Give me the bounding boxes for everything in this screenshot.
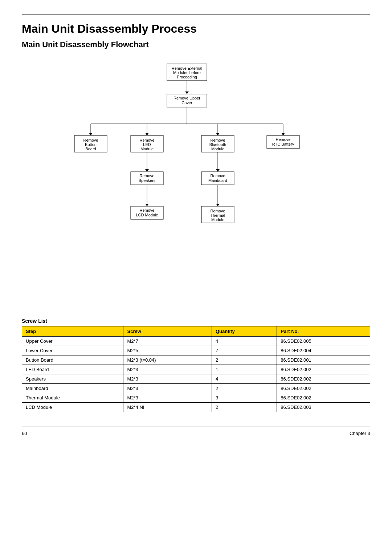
col-header-part-no: Part No. — [277, 326, 370, 337]
svg-text:Remove: Remove — [276, 137, 291, 142]
svg-marker-11 — [216, 133, 220, 135]
table-cell: M2*3 (t=0.04) — [123, 355, 212, 365]
chapter-label: Chapter 3 — [350, 431, 370, 436]
flowchart-container: .box { fill: white; stroke: black; strok… — [22, 60, 370, 314]
table-cell: 86.SDE02.005 — [277, 337, 370, 346]
table-cell: M2*3 — [123, 393, 212, 403]
svg-marker-36 — [216, 204, 220, 206]
table-cell: 2 — [212, 384, 277, 393]
table-cell: 86.SDE02.002 — [277, 384, 370, 393]
table-cell: 86.SDE02.002 — [277, 393, 370, 403]
svg-text:Remove: Remove — [140, 138, 155, 142]
table-cell: 86.SDE02.002 — [277, 365, 370, 374]
table-row: Lower CoverM2*5786.SDE02.004 — [22, 346, 370, 355]
svg-text:Bluetooth: Bluetooth — [209, 142, 226, 147]
table-row: Button BoardM2*3 (t=0.04)286.SDE02.001 — [22, 355, 370, 365]
footer: 60 Chapter 3 — [22, 431, 370, 436]
svg-text:Speakers: Speakers — [139, 178, 156, 183]
svg-text:Remove: Remove — [211, 209, 225, 213]
table-cell: LED Board — [22, 365, 123, 374]
svg-text:Remove: Remove — [140, 174, 155, 178]
table-cell: 86.SDE02.004 — [277, 346, 370, 355]
table-cell: M2*5 — [123, 346, 212, 355]
svg-text:Remove: Remove — [140, 208, 155, 212]
top-border — [22, 15, 370, 15]
table-cell: 4 — [212, 337, 277, 346]
table-row: MainboardM2*3286.SDE02.002 — [22, 384, 370, 393]
table-cell: M2*3 — [123, 384, 212, 393]
table-row: Upper CoverM2*7486.SDE02.005 — [22, 337, 370, 346]
col-header-step: Step — [22, 326, 123, 337]
table-cell: 2 — [212, 403, 277, 412]
table-cell: Speakers — [22, 374, 123, 384]
screw-list-table: Step Screw Quantity Part No. Upper Cover… — [22, 326, 370, 412]
table-row: SpeakersM2*3486.SDE02.002 — [22, 374, 370, 384]
svg-text:Module: Module — [211, 147, 224, 151]
svg-text:Button: Button — [85, 142, 97, 147]
table-cell: 86.SDE02.003 — [277, 403, 370, 412]
svg-marker-7 — [89, 133, 93, 135]
svg-text:Mainboard: Mainboard — [208, 178, 227, 183]
table-cell: Mainboard — [22, 384, 123, 393]
svg-text:Cover: Cover — [181, 101, 192, 105]
flowchart-svg: .box { fill: white; stroke: black; strok… — [54, 60, 338, 314]
table-cell: 86.SDE02.001 — [277, 355, 370, 365]
svg-text:Module: Module — [140, 147, 154, 151]
table-row: Thermal ModuleM2*3386.SDE02.002 — [22, 393, 370, 403]
table-cell: 3 — [212, 393, 277, 403]
section-title: Main Unit Disassembly Flowchart — [22, 40, 370, 49]
svg-marker-13 — [281, 133, 285, 135]
table-cell: LCD Module — [22, 403, 123, 412]
page-number: 60 — [22, 431, 27, 436]
svg-text:Module: Module — [211, 217, 224, 222]
svg-text:Modules before: Modules before — [173, 70, 201, 75]
screw-list-section: Screw List Step Screw Quantity Part No. … — [22, 318, 370, 412]
svg-text:Thermal: Thermal — [211, 213, 225, 217]
svg-marker-34 — [145, 204, 149, 206]
svg-marker-28 — [216, 169, 220, 172]
table-cell: 2 — [212, 355, 277, 365]
page-title: Main Unit Disassembly Process — [22, 22, 370, 36]
node-start-label: Remove External — [172, 66, 202, 70]
table-cell: Upper Cover — [22, 337, 123, 346]
table-cell: M2*7 — [123, 337, 212, 346]
table-cell: M2*4 Ni — [123, 403, 212, 412]
col-header-screw: Screw — [123, 326, 212, 337]
table-cell: 1 — [212, 365, 277, 374]
table-cell: M2*3 — [123, 365, 212, 374]
node-upper-cover-label: Remove Upper — [173, 96, 200, 100]
svg-text:LED: LED — [143, 142, 151, 147]
svg-text:Remove: Remove — [211, 174, 225, 178]
table-row: LED BoardM2*3186.SDE02.002 — [22, 365, 370, 374]
svg-text:LCD Module: LCD Module — [136, 213, 158, 217]
svg-marker-9 — [145, 133, 149, 135]
table-cell: M2*3 — [123, 374, 212, 384]
table-cell: Lower Cover — [22, 346, 123, 355]
svg-text:Remove: Remove — [83, 138, 98, 142]
svg-marker-26 — [145, 169, 149, 172]
col-header-quantity: Quantity — [212, 326, 277, 337]
table-cell: 7 — [212, 346, 277, 355]
svg-marker-2 — [185, 92, 189, 94]
screw-list-title: Screw List — [22, 318, 370, 324]
svg-text:Remove: Remove — [211, 138, 225, 142]
table-cell: Button Board — [22, 355, 123, 365]
table-cell: 86.SDE02.002 — [277, 374, 370, 384]
bottom-border — [22, 427, 370, 427]
svg-text:Board: Board — [85, 147, 96, 151]
svg-text:Proceeding: Proceeding — [177, 75, 197, 79]
table-cell: Thermal Module — [22, 393, 123, 403]
table-row: LCD ModuleM2*4 Ni286.SDE02.003 — [22, 403, 370, 412]
svg-text:RTC Battery: RTC Battery — [272, 142, 294, 146]
table-cell: 4 — [212, 374, 277, 384]
